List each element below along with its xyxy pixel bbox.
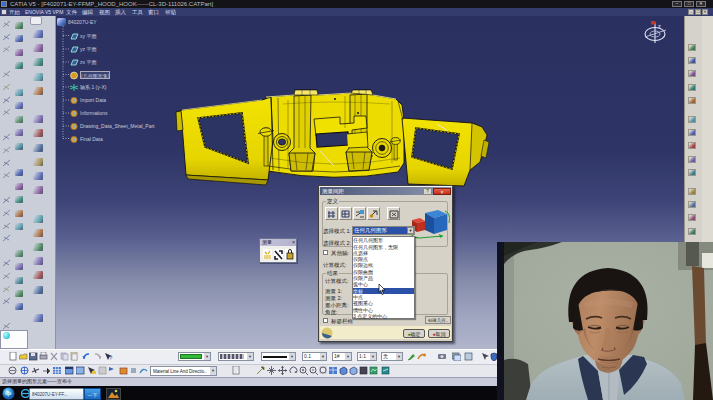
svg-text:z: z [658,23,661,29]
svg-text:?: ? [109,355,113,361]
